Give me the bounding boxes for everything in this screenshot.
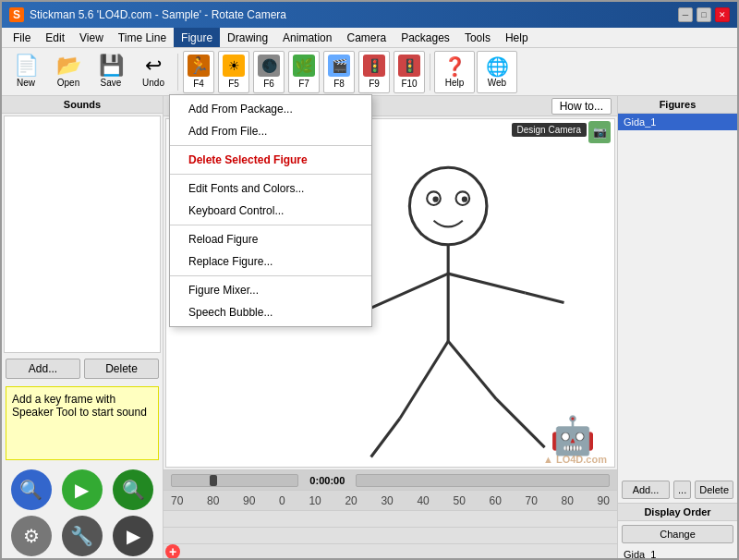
figures-delete-button[interactable]: Delete (695, 481, 733, 499)
f6-label: F6 (263, 79, 274, 89)
timeline-track-right[interactable] (356, 474, 610, 487)
menu-reload-figure[interactable]: Reload Figure (170, 228, 371, 250)
f5-icon: ☀ (223, 55, 245, 77)
app-icon: S (9, 7, 24, 22)
play2-button[interactable]: ▶ (113, 516, 153, 556)
f8-icon: 🎬 (328, 55, 350, 77)
display-order-item-gida1: Gida_1 (618, 547, 737, 560)
f10-label: F10 (401, 79, 417, 89)
menu-keyboard-control[interactable]: Keyboard Control... (170, 200, 371, 222)
menu-edit[interactable]: Edit (38, 28, 72, 47)
howto-button[interactable]: How to... (551, 98, 612, 115)
svg-point-0 (409, 167, 487, 245)
menu-edit-fonts-colors[interactable]: Edit Fonts and Colors... (170, 177, 371, 200)
open-label: Open (57, 78, 79, 88)
window-controls: ─ □ ✕ (678, 7, 730, 22)
timeline-thumb (210, 475, 217, 486)
settings-button[interactable]: ⚙ (11, 516, 52, 556)
f10-button[interactable]: 🚦 F10 (394, 51, 425, 93)
help-button[interactable]: ❓ Help (434, 51, 475, 93)
f7-button[interactable]: 🌿 F7 (288, 51, 320, 93)
sounds-delete-button[interactable]: Delete (84, 359, 159, 379)
change-button[interactable]: Change (622, 525, 733, 543)
maximize-button[interactable]: □ (697, 7, 711, 22)
menu-view[interactable]: View (72, 28, 111, 47)
menu-camera[interactable]: Camera (339, 28, 394, 47)
toolbar: 📄 New 📂 Open 💾 Save ↩ Undo 🏃 F4 ☀ F5 🌑 F… (2, 48, 737, 96)
display-order-title: Display Order (618, 504, 737, 521)
f9-icon: 🚦 (363, 55, 385, 77)
menu-help[interactable]: Help (498, 28, 536, 47)
figures-more-button[interactable]: ... (673, 481, 691, 499)
save-label: Save (101, 78, 122, 88)
camera-robot: 🤖 (550, 414, 596, 457)
add-track-button[interactable]: + (165, 544, 180, 559)
help-icon: ❓ (443, 55, 466, 78)
sounds-list[interactable] (4, 116, 161, 353)
title-bar: S Stickman 5.6 'LO4D.com - Sample' - Rot… (2, 2, 737, 28)
search2-button[interactable]: 🔍 (113, 469, 153, 510)
search-button[interactable]: 🔍 (11, 469, 52, 510)
f9-button[interactable]: 🚦 F9 (358, 51, 390, 93)
f5-label: F5 (228, 79, 239, 89)
f7-label: F7 (298, 79, 309, 89)
svg-line-12 (496, 399, 544, 447)
menu-figure-mixer[interactable]: Figure Mixer... (170, 279, 371, 301)
timeline-track[interactable] (171, 474, 298, 487)
save-button[interactable]: 💾 Save (91, 51, 131, 93)
web-button[interactable]: 🌐 Web (477, 51, 517, 93)
sounds-info-box: Add a key frame with Speaker Tool to sta… (6, 386, 159, 460)
sounds-info-text: Add a key frame with Speaker Tool to sta… (12, 393, 147, 419)
track-row-1 (164, 511, 617, 528)
svg-line-11 (448, 341, 496, 399)
figures-add-button[interactable]: Add... (622, 481, 670, 499)
help-web-group: ❓ Help 🌐 Web (434, 51, 517, 93)
tool-button[interactable]: 🔧 (62, 516, 103, 556)
menu-bar: File Edit View Time Line Figure Drawing … (2, 28, 737, 48)
menu-packages[interactable]: Packages (394, 28, 457, 47)
menu-figure[interactable]: Figure (174, 28, 220, 47)
menu-replace-figure[interactable]: Replace Figure... (170, 250, 371, 273)
menu-timeline[interactable]: Time Line (111, 28, 174, 47)
new-label: New (17, 78, 35, 88)
menu-delete-selected-figure[interactable]: Delete Selected Figure (170, 149, 371, 171)
undo-label: Undo (142, 78, 164, 88)
ruler-numbers: 70 80 90 0 10 20 30 40 50 60 70 80 90 (167, 494, 613, 507)
new-button[interactable]: 📄 New (6, 51, 46, 93)
f4-button[interactable]: 🏃 F4 (183, 51, 214, 93)
figures-buttons: Add... ... Delete (618, 477, 737, 503)
menu-drawing[interactable]: Drawing (220, 28, 275, 47)
menu-add-from-package[interactable]: Add From Package... (170, 98, 371, 120)
figures-panel: Gida_1 (618, 114, 737, 477)
sounds-title: Sounds (2, 96, 163, 114)
figure-dropdown-menu: Add From Package... Add From File... Del… (169, 94, 372, 327)
play-button[interactable]: ▶ (62, 469, 103, 510)
divider-4 (170, 275, 371, 276)
menu-speech-bubble[interactable]: Speech Bubble... (170, 301, 371, 323)
f6-button[interactable]: 🌑 F6 (253, 51, 285, 93)
menu-add-from-file[interactable]: Add From File... (170, 120, 371, 142)
menu-file[interactable]: File (6, 28, 38, 47)
minimize-button[interactable]: ─ (678, 7, 693, 22)
f4-icon: 🏃 (188, 55, 210, 77)
sounds-add-button[interactable]: Add... (6, 359, 80, 379)
f8-button[interactable]: 🎬 F8 (323, 51, 355, 93)
figure-item-gida1[interactable]: Gida_1 (618, 114, 737, 130)
control-row-2: ⚙ 🔧 ▶ (2, 516, 163, 560)
menu-animation[interactable]: Animation (275, 28, 339, 47)
figures-title: Figures (618, 96, 737, 114)
undo-button[interactable]: ↩ Undo (133, 51, 174, 93)
svg-line-6 (361, 274, 448, 312)
svg-line-8 (526, 293, 564, 302)
f5-button[interactable]: ☀ F5 (218, 51, 249, 93)
svg-point-3 (432, 197, 438, 202)
timeline-bar: 0:00:00 (164, 470, 617, 491)
howto-label: How to... (560, 100, 603, 113)
menu-tools[interactable]: Tools (457, 28, 498, 47)
svg-line-7 (448, 274, 526, 293)
f9-label: F9 (369, 79, 380, 89)
design-camera-label: Design Camera (512, 123, 587, 137)
timeline-tracks[interactable]: + (164, 511, 617, 560)
open-button[interactable]: 📂 Open (48, 51, 89, 93)
close-button[interactable]: ✕ (715, 7, 730, 22)
